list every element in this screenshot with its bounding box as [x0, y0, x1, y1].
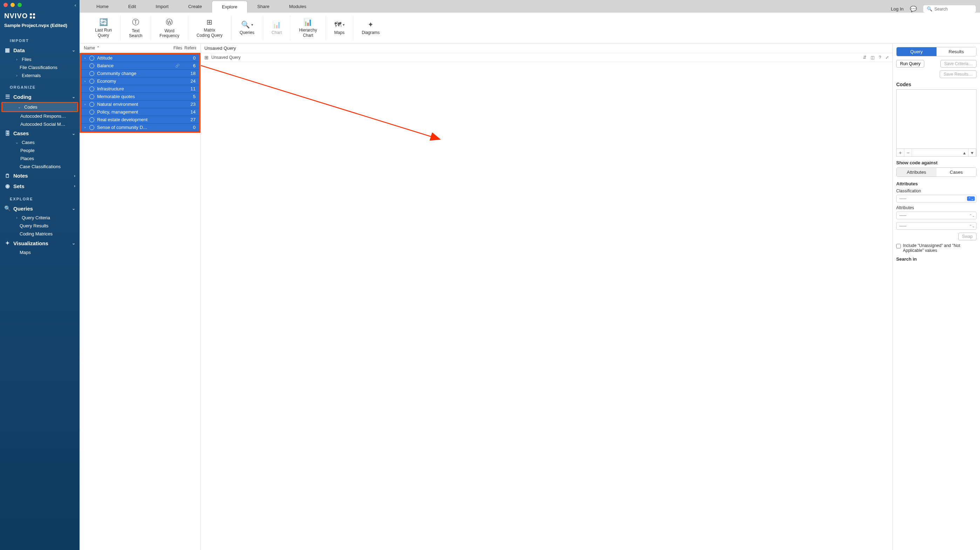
panel-toggle-icon[interactable]: ◫ — [871, 55, 875, 60]
chevron-right-icon[interactable]: › — [84, 103, 89, 106]
nav-cases[interactable]: 🗄 Cases ⌄ — [0, 128, 80, 138]
nav-codes[interactable]: ⌄ Codes — [2, 103, 77, 111]
nav-maps[interactable]: Maps — [0, 248, 80, 256]
nav-coding[interactable]: ☰ Coding ⌄ — [0, 91, 80, 102]
seg-attributes[interactable]: Attributes — [897, 168, 937, 176]
nav-file-classifications[interactable]: File Classifications — [0, 64, 80, 72]
ribbon-icon: 📊 — [272, 20, 281, 29]
comment-icon[interactable]: 💬 — [910, 6, 917, 12]
nav-cases-item[interactable]: ⌄ Cases — [0, 138, 80, 146]
add-code-button[interactable]: + — [897, 149, 904, 156]
code-row[interactable]: ›Attitude0 — [81, 54, 199, 62]
tab-home[interactable]: Home — [87, 1, 118, 13]
nav-files[interactable]: › Files — [0, 56, 80, 64]
search-box[interactable]: 🔍 — [923, 5, 976, 13]
save-results-button[interactable]: Save Results… — [940, 70, 977, 78]
tab-edit[interactable]: Edit — [118, 1, 146, 13]
code-row[interactable]: ›Natural environment23 — [81, 100, 199, 108]
swap-button[interactable]: Swap — [958, 233, 977, 240]
ribbon-matrix-coding-query[interactable]: ⊞MatrixCoding Query — [188, 16, 231, 40]
move-up-button[interactable]: ▴ — [961, 149, 969, 156]
nav-autocoded-social[interactable]: Autocoded Social M… — [0, 120, 80, 128]
classification-select[interactable]: -----⌃⌄ — [896, 195, 977, 202]
code-row[interactable]: ›Economy24 — [81, 78, 199, 85]
tab-import[interactable]: Import — [146, 1, 178, 13]
annotation-arrow — [201, 62, 446, 202]
tab-share[interactable]: Share — [247, 1, 279, 13]
nav-queries[interactable]: 🔍 Queries ⌄ — [0, 203, 80, 214]
col-name[interactable]: Name ⌃ — [84, 46, 165, 51]
nav-externals[interactable]: › Externals — [0, 72, 80, 79]
code-row[interactable]: Community change18 — [81, 70, 199, 78]
seg-query[interactable]: Query — [897, 47, 937, 56]
code-row[interactable]: Policy, management14 — [81, 108, 199, 116]
ribbon-text-search[interactable]: ⓉTextSearch — [121, 16, 151, 40]
nav-notes-label: Notes — [13, 173, 28, 179]
remove-code-button[interactable]: − — [904, 149, 912, 156]
minimize-window[interactable] — [11, 3, 15, 7]
share-icon[interactable]: ⇵ — [863, 55, 866, 60]
nav-people[interactable]: People — [0, 146, 80, 154]
ribbon-queries[interactable]: 🔍 ▾Queries — [231, 16, 263, 40]
nav-data[interactable]: ▦ Data ⌄ — [0, 45, 80, 56]
code-name: Real estate development — [97, 117, 181, 122]
detail-tab-label[interactable]: Unsaved Query — [212, 55, 240, 60]
code-circle-icon — [89, 64, 94, 68]
maximize-window[interactable] — [18, 3, 22, 7]
attribute-select-2[interactable]: -----⌃⌄ — [896, 222, 977, 230]
brand-text: NVIVO — [4, 12, 28, 20]
tab-explore[interactable]: Explore — [212, 1, 247, 13]
expand-icon[interactable]: ⤢ — [885, 55, 889, 60]
code-row[interactable]: Memorable quotes5 — [81, 93, 199, 100]
tab-modules[interactable]: Modules — [279, 1, 316, 13]
nav-visualizations[interactable]: ✦ Visualizations ⌄ — [0, 238, 80, 248]
nav-sets[interactable]: ◉ Sets › — [0, 181, 80, 191]
code-files-count: 24 — [181, 78, 196, 84]
include-unassigned-checkbox[interactable] — [896, 244, 901, 248]
ribbon-diagrams[interactable]: ✦Diagrams — [353, 16, 388, 40]
code-name: Balance — [97, 63, 175, 68]
col-references[interactable]: Referen — [182, 46, 196, 51]
attribute-select-1[interactable]: -----⌃⌄ — [896, 211, 977, 219]
seg-results[interactable]: Results — [937, 47, 977, 56]
ribbon-word-frequency[interactable]: ⓌWordFrequency — [151, 16, 188, 40]
code-circle-icon — [89, 125, 94, 130]
nav-coding-matrices-label: Coding Matrices — [20, 231, 52, 237]
chevron-right-icon[interactable]: › — [84, 126, 89, 129]
chevron-right-icon[interactable]: › — [84, 79, 89, 83]
chevron-right-icon[interactable]: › — [84, 56, 89, 60]
run-query-button[interactable]: Run Query — [896, 60, 924, 68]
nav-autocoded-responses[interactable]: Autocoded Respons… — [0, 112, 80, 120]
ribbon-label: Queries — [240, 30, 255, 35]
move-down-button[interactable]: ▾ — [969, 149, 976, 156]
chevron-down-icon: ⌄ — [72, 131, 75, 136]
nav-query-criteria[interactable]: › Query Criteria — [0, 214, 80, 222]
nav-places[interactable]: Places — [0, 154, 80, 162]
code-row[interactable]: Real estate development27 — [81, 116, 199, 124]
code-row[interactable]: Balance🔗6 — [81, 62, 199, 70]
nav-notes[interactable]: 🗒 Notes › — [0, 171, 80, 181]
save-criteria-button[interactable]: Save Criteria… — [940, 60, 977, 68]
nav-query-criteria-label: Query Criteria — [22, 215, 50, 220]
nav-query-results[interactable]: Query Results — [0, 222, 80, 230]
ribbon-last-run-query[interactable]: 🔄Last RunQuery — [87, 16, 121, 40]
collapse-sidebar-icon[interactable]: ‹ — [75, 2, 76, 8]
section-organize: ORGANIZE — [0, 79, 80, 91]
code-row[interactable]: Infrastructure11 — [81, 85, 199, 93]
ribbon-label: Diagrams — [362, 30, 380, 35]
nav-case-classifications[interactable]: Case Classifications — [0, 162, 80, 171]
tab-create[interactable]: Create — [178, 1, 212, 13]
project-name: Sample Project.nvpx (Edited) — [0, 23, 80, 33]
codes-dropzone[interactable] — [896, 89, 977, 149]
seg-cases[interactable]: Cases — [937, 168, 977, 176]
nav-coding-matrices[interactable]: Coding Matrices — [0, 230, 80, 238]
ribbon-maps[interactable]: 🗺 ▾Maps — [326, 16, 353, 40]
help-icon[interactable]: ? — [879, 55, 881, 60]
login-link[interactable]: Log In — [891, 6, 904, 11]
close-window[interactable] — [3, 3, 8, 7]
ribbon-icon: 🗺 ▾ — [334, 21, 345, 29]
col-files[interactable]: Files — [165, 46, 182, 51]
code-row[interactable]: ›Sense of community D…0 — [81, 124, 199, 131]
ribbon-hierarchy-chart[interactable]: 📊HierarchyChart — [291, 16, 326, 40]
search-input[interactable] — [934, 6, 972, 11]
